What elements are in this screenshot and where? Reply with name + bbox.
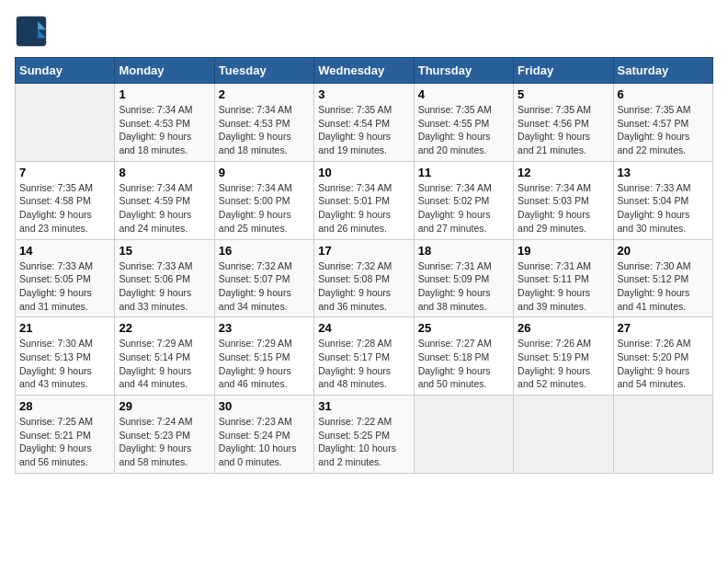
calendar-week-1: 1Sunrise: 7:34 AM Sunset: 4:53 PM Daylig… [16, 84, 713, 162]
calendar-cell: 27Sunrise: 7:26 AM Sunset: 5:20 PM Dayli… [613, 317, 712, 396]
day-number: 18 [418, 244, 509, 258]
calendar-cell: 14Sunrise: 7:33 AM Sunset: 5:05 PM Dayli… [16, 239, 115, 317]
day-info: Sunrise: 7:35 AM Sunset: 4:54 PM Dayligh… [318, 103, 409, 157]
day-info: Sunrise: 7:34 AM Sunset: 4:59 PM Dayligh… [119, 181, 210, 236]
column-header-monday: Monday [115, 58, 214, 84]
calendar-cell: 20Sunrise: 7:30 AM Sunset: 5:12 PM Dayli… [613, 239, 712, 317]
calendar-cell: 5Sunrise: 7:35 AM Sunset: 4:56 PM Daylig… [514, 84, 613, 162]
day-info: Sunrise: 7:34 AM Sunset: 5:00 PM Dayligh… [219, 181, 310, 236]
calendar-body: 1Sunrise: 7:34 AM Sunset: 4:53 PM Daylig… [16, 84, 713, 474]
day-info: Sunrise: 7:35 AM Sunset: 4:57 PM Dayligh… [618, 103, 709, 157]
day-number: 3 [318, 87, 409, 101]
day-info: Sunrise: 7:26 AM Sunset: 5:19 PM Dayligh… [518, 337, 609, 391]
calendar-cell: 30Sunrise: 7:23 AM Sunset: 5:24 PM Dayli… [214, 396, 313, 474]
day-number: 8 [119, 166, 210, 179]
calendar-cell: 3Sunrise: 7:35 AM Sunset: 4:54 PM Daylig… [314, 84, 414, 162]
calendar-cell: 8Sunrise: 7:34 AM Sunset: 4:59 PM Daylig… [115, 161, 214, 239]
day-info: Sunrise: 7:30 AM Sunset: 5:12 PM Dayligh… [618, 259, 709, 314]
day-number: 21 [19, 321, 110, 335]
calendar-header: SundayMondayTuesdayWednesdayThursdayFrid… [16, 58, 713, 84]
calendar-cell: 17Sunrise: 7:32 AM Sunset: 5:08 PM Dayli… [314, 239, 414, 317]
calendar-cell: 6Sunrise: 7:35 AM Sunset: 4:57 PM Daylig… [613, 84, 712, 162]
day-number: 22 [119, 321, 210, 335]
day-info: Sunrise: 7:33 AM Sunset: 5:05 PM Dayligh… [19, 259, 110, 314]
day-number: 17 [318, 244, 409, 258]
day-number: 12 [518, 166, 609, 179]
day-info: Sunrise: 7:34 AM Sunset: 4:53 PM Dayligh… [119, 103, 210, 157]
day-number: 20 [618, 244, 709, 258]
day-number: 19 [518, 244, 609, 258]
logo [15, 15, 51, 48]
svg-rect-0 [17, 17, 46, 46]
day-number: 10 [318, 166, 409, 179]
day-number: 30 [219, 399, 310, 413]
day-number: 27 [618, 321, 709, 335]
calendar-cell [414, 396, 513, 474]
calendar-cell: 4Sunrise: 7:35 AM Sunset: 4:55 PM Daylig… [414, 84, 513, 162]
day-number: 26 [518, 321, 609, 335]
calendar-cell: 12Sunrise: 7:34 AM Sunset: 5:03 PM Dayli… [514, 161, 613, 239]
day-info: Sunrise: 7:26 AM Sunset: 5:20 PM Dayligh… [618, 337, 709, 391]
day-number: 24 [318, 321, 409, 335]
day-number: 16 [219, 244, 310, 258]
day-info: Sunrise: 7:24 AM Sunset: 5:23 PM Dayligh… [119, 415, 210, 469]
calendar-table: SundayMondayTuesdayWednesdayThursdayFrid… [15, 57, 713, 474]
calendar-cell: 25Sunrise: 7:27 AM Sunset: 5:18 PM Dayli… [414, 317, 513, 396]
day-info: Sunrise: 7:34 AM Sunset: 5:02 PM Dayligh… [418, 181, 509, 236]
day-number: 15 [119, 244, 210, 258]
day-info: Sunrise: 7:25 AM Sunset: 5:21 PM Dayligh… [19, 415, 110, 469]
day-info: Sunrise: 7:23 AM Sunset: 5:24 PM Dayligh… [219, 415, 310, 469]
header-row: SundayMondayTuesdayWednesdayThursdayFrid… [16, 58, 713, 84]
day-info: Sunrise: 7:33 AM Sunset: 5:04 PM Dayligh… [618, 181, 709, 236]
calendar-cell [16, 84, 115, 162]
day-number: 23 [219, 321, 310, 335]
calendar-cell: 11Sunrise: 7:34 AM Sunset: 5:02 PM Dayli… [414, 161, 513, 239]
day-info: Sunrise: 7:32 AM Sunset: 5:08 PM Dayligh… [318, 259, 409, 314]
day-number: 2 [219, 87, 310, 101]
calendar-cell: 18Sunrise: 7:31 AM Sunset: 5:09 PM Dayli… [414, 239, 513, 317]
calendar-cell [613, 396, 712, 474]
column-header-friday: Friday [514, 58, 613, 84]
day-number: 5 [518, 87, 609, 101]
calendar-week-5: 28Sunrise: 7:25 AM Sunset: 5:21 PM Dayli… [16, 396, 713, 474]
calendar-cell: 26Sunrise: 7:26 AM Sunset: 5:19 PM Dayli… [514, 317, 613, 396]
column-header-saturday: Saturday [613, 58, 712, 84]
day-number: 28 [19, 399, 110, 413]
day-info: Sunrise: 7:35 AM Sunset: 4:55 PM Dayligh… [418, 103, 509, 157]
calendar-cell: 19Sunrise: 7:31 AM Sunset: 5:11 PM Dayli… [514, 239, 613, 317]
day-info: Sunrise: 7:29 AM Sunset: 5:15 PM Dayligh… [219, 337, 310, 391]
calendar-cell: 24Sunrise: 7:28 AM Sunset: 5:17 PM Dayli… [314, 317, 414, 396]
day-number: 31 [318, 399, 409, 413]
day-info: Sunrise: 7:31 AM Sunset: 5:11 PM Dayligh… [518, 259, 609, 314]
calendar-cell: 1Sunrise: 7:34 AM Sunset: 4:53 PM Daylig… [115, 84, 214, 162]
day-info: Sunrise: 7:34 AM Sunset: 4:53 PM Dayligh… [219, 103, 310, 157]
day-number: 1 [119, 87, 210, 101]
day-info: Sunrise: 7:34 AM Sunset: 5:03 PM Dayligh… [518, 181, 609, 236]
column-header-thursday: Thursday [414, 58, 513, 84]
calendar-cell: 23Sunrise: 7:29 AM Sunset: 5:15 PM Dayli… [214, 317, 313, 396]
calendar-week-2: 7Sunrise: 7:35 AM Sunset: 4:58 PM Daylig… [16, 161, 713, 239]
day-info: Sunrise: 7:32 AM Sunset: 5:07 PM Dayligh… [219, 259, 310, 314]
day-number: 6 [618, 87, 709, 101]
calendar-week-3: 14Sunrise: 7:33 AM Sunset: 5:05 PM Dayli… [16, 239, 713, 317]
calendar-cell: 29Sunrise: 7:24 AM Sunset: 5:23 PM Dayli… [115, 396, 214, 474]
calendar-cell: 16Sunrise: 7:32 AM Sunset: 5:07 PM Dayli… [214, 239, 313, 317]
calendar-cell: 15Sunrise: 7:33 AM Sunset: 5:06 PM Dayli… [115, 239, 214, 317]
day-info: Sunrise: 7:35 AM Sunset: 4:58 PM Dayligh… [19, 181, 110, 236]
day-number: 7 [19, 166, 110, 179]
column-header-wednesday: Wednesday [314, 58, 414, 84]
day-number: 25 [418, 321, 509, 335]
day-info: Sunrise: 7:34 AM Sunset: 5:01 PM Dayligh… [318, 181, 409, 236]
day-info: Sunrise: 7:35 AM Sunset: 4:56 PM Dayligh… [518, 103, 609, 157]
calendar-cell: 7Sunrise: 7:35 AM Sunset: 4:58 PM Daylig… [16, 161, 115, 239]
day-info: Sunrise: 7:33 AM Sunset: 5:06 PM Dayligh… [119, 259, 210, 314]
day-number: 13 [618, 166, 709, 179]
day-number: 14 [19, 244, 110, 258]
day-info: Sunrise: 7:31 AM Sunset: 5:09 PM Dayligh… [418, 259, 509, 314]
calendar-cell: 22Sunrise: 7:29 AM Sunset: 5:14 PM Dayli… [115, 317, 214, 396]
logo-icon [15, 15, 48, 48]
day-info: Sunrise: 7:22 AM Sunset: 5:25 PM Dayligh… [318, 415, 409, 469]
day-number: 4 [418, 87, 509, 101]
day-number: 11 [418, 166, 509, 179]
calendar-cell: 28Sunrise: 7:25 AM Sunset: 5:21 PM Dayli… [16, 396, 115, 474]
